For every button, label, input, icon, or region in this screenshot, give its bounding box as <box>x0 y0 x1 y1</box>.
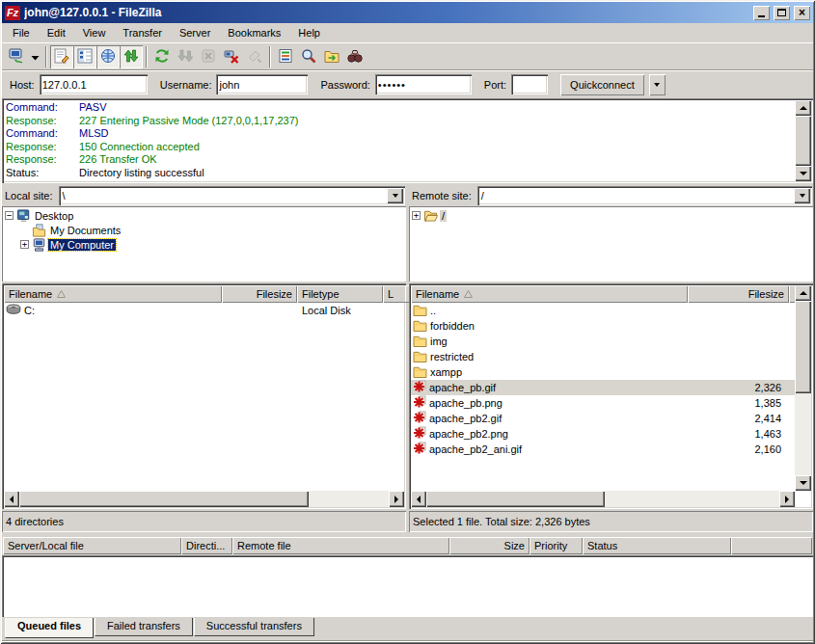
remote-horizontal-scrollbar[interactable] <box>411 491 795 507</box>
tab-successful-transfers[interactable]: Successful transfers <box>194 618 314 636</box>
local-horizontal-scrollbar[interactable] <box>4 491 404 507</box>
scroll-up-icon[interactable] <box>795 285 811 301</box>
disconnect-button[interactable] <box>220 45 243 68</box>
file-name-cell: apache_pb2_ani.gif <box>411 442 688 457</box>
queue-column-status[interactable]: Status <box>583 537 731 554</box>
scroll-left-icon[interactable] <box>411 491 426 507</box>
remote-file-row[interactable]: .. <box>411 303 795 318</box>
local-tree-item[interactable]: My Documents <box>4 223 404 237</box>
file-name: apache_pb2_ani.gif <box>429 443 522 455</box>
port-input[interactable] <box>511 74 548 94</box>
find-files-button[interactable] <box>343 45 367 68</box>
scroll-right-icon[interactable] <box>389 491 404 507</box>
file-size-cell: 2,160 <box>688 443 789 455</box>
my-computer-icon <box>32 238 48 252</box>
remote-file-row[interactable]: xampp <box>411 364 795 380</box>
remote-file-row[interactable]: apache_pb2.png1,463 <box>411 426 795 442</box>
queue-column-priority[interactable]: Priority <box>530 537 583 554</box>
file-name-cell: apache_pb2.png <box>411 426 688 442</box>
queue-column-filler[interactable] <box>731 537 812 554</box>
site-manager-dropdown-button[interactable] <box>28 45 42 68</box>
expand-icon[interactable]: + <box>20 240 29 249</box>
queue-column-size[interactable]: Size <box>449 537 530 554</box>
refresh-button[interactable] <box>150 45 174 68</box>
toggle-message-log-button[interactable] <box>50 45 73 68</box>
local-column-header-filesize[interactable]: Filesize <box>222 285 297 303</box>
menu-bookmarks[interactable]: Bookmarks <box>219 25 289 40</box>
scroll-up-icon[interactable] <box>795 100 811 116</box>
remote-column-header-filename[interactable]: Filename <box>411 285 688 303</box>
menu-server[interactable]: Server <box>171 25 219 40</box>
expand-icon[interactable]: + <box>412 211 421 220</box>
log-line-type: Command: <box>6 101 79 115</box>
filter-button[interactable] <box>274 45 297 68</box>
collapse-icon[interactable]: − <box>5 211 14 220</box>
local-column-header-filetype[interactable]: Filetype <box>297 285 383 303</box>
scrollbar-thumb[interactable] <box>795 116 811 166</box>
scrollbar-thumb[interactable] <box>426 491 605 507</box>
scroll-right-icon[interactable] <box>779 491 795 507</box>
password-input[interactable] <box>375 74 472 94</box>
log-scrollbar[interactable] <box>795 100 811 181</box>
tab-queued-files[interactable]: Queued files <box>5 618 94 638</box>
remote-file-row[interactable]: img <box>411 334 795 349</box>
directory-comparison-button[interactable] <box>297 45 320 68</box>
scroll-down-icon[interactable] <box>795 166 811 181</box>
remote-file-row[interactable]: apache_pb2.gif2,414 <box>411 411 795 426</box>
local-column-header-filename[interactable]: Filename <box>4 285 222 303</box>
scroll-left-icon[interactable] <box>4 491 19 507</box>
local-tree-item[interactable]: +My Computer <box>4 237 404 252</box>
remote-file-row[interactable]: apache_pb2_ani.gif2,160 <box>411 442 795 457</box>
local-site-combobox[interactable]: \ <box>59 186 405 205</box>
remote-tree-item[interactable]: +/ <box>411 208 811 223</box>
remote-vertical-scrollbar[interactable] <box>795 285 811 491</box>
local-file-row[interactable]: C:Local Disk <box>4 303 404 318</box>
minimize-button[interactable] <box>753 6 770 20</box>
menu-transfer[interactable]: Transfer <box>114 25 171 40</box>
remote-site-combobox[interactable]: / <box>477 186 812 205</box>
queue-column-remotefile[interactable]: Remote file <box>232 537 449 554</box>
username-input[interactable] <box>216 74 308 94</box>
remote-file-row[interactable]: restricted <box>411 349 795 364</box>
toggle-remote-tree-button[interactable] <box>96 45 120 68</box>
synchronized-browsing-button[interactable] <box>320 45 343 68</box>
password-label: Password: <box>320 79 369 91</box>
queue-column-directi[interactable]: Directi... <box>181 537 232 554</box>
menu-file[interactable]: File <box>4 25 39 40</box>
toggle-local-tree-button[interactable] <box>73 45 96 68</box>
remote-status-text: Selected 1 file. Total size: 2,326 bytes <box>409 511 813 532</box>
maximize-button[interactable] <box>774 6 790 20</box>
remote-file-row[interactable]: forbidden <box>411 318 795 334</box>
file-type-cell: Local Disk <box>297 305 383 316</box>
chevron-down-icon[interactable] <box>387 188 403 203</box>
file-size-cell: 1,463 <box>688 428 789 440</box>
remote-file-list-body[interactable]: ..forbiddenimgrestrictedxamppapache_pb.g… <box>411 303 795 491</box>
folder-icon <box>413 365 427 380</box>
tab-failed-transfers[interactable]: Failed transfers <box>95 618 193 636</box>
menu-view[interactable]: View <box>74 25 115 40</box>
quickconnect-button[interactable]: Quickconnect <box>560 74 644 95</box>
scroll-down-icon[interactable] <box>795 475 811 491</box>
local-file-list: FilenameFilesizeFiletypeL C:Local Disk <box>2 283 406 509</box>
remote-file-row[interactable]: apache_pb.gif2,326 <box>411 380 795 395</box>
toggle-queue-button[interactable] <box>120 45 143 68</box>
file-name-cell: apache_pb.png <box>411 395 688 411</box>
column-header-label: Filetype <box>302 288 340 300</box>
host-input[interactable] <box>40 74 148 94</box>
menu-edit[interactable]: Edit <box>39 25 74 40</box>
scrollbar-thumb[interactable] <box>19 491 309 507</box>
queue-column-serverlocalfile[interactable]: Server/Local file <box>3 537 181 554</box>
open-site-manager-button[interactable] <box>5 45 28 68</box>
log-line-type: Response: <box>6 115 79 128</box>
chevron-down-icon[interactable] <box>794 188 810 203</box>
transfer-queue-body[interactable] <box>2 555 813 617</box>
remote-column-header-filesize[interactable]: Filesize <box>688 285 789 303</box>
local-file-list-body[interactable]: C:Local Disk <box>4 303 404 491</box>
menu-help[interactable]: Help <box>289 25 329 40</box>
quickconnect-dropdown-button[interactable] <box>649 74 666 95</box>
close-button[interactable]: × <box>794 6 810 20</box>
reconnect-icon <box>247 48 262 66</box>
remote-file-row[interactable]: apache_pb.png1,385 <box>411 395 795 411</box>
scrollbar-thumb[interactable] <box>795 301 811 393</box>
local-tree-item[interactable]: −Desktop <box>4 208 404 223</box>
